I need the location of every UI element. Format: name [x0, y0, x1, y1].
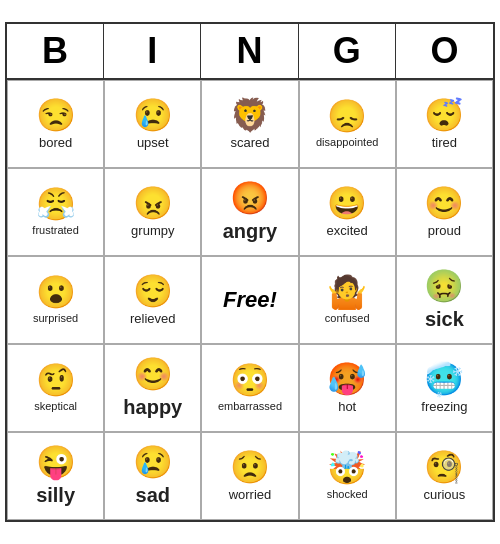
- bingo-cell[interactable]: 😊proud: [396, 168, 493, 256]
- bingo-cell[interactable]: 🥵hot: [299, 344, 396, 432]
- bingo-cell[interactable]: 😢sad: [104, 432, 201, 520]
- cell-label: shocked: [327, 488, 368, 501]
- cell-emoji: 😢: [133, 98, 173, 133]
- cell-emoji: 🤨: [36, 363, 76, 398]
- cell-emoji: 😠: [133, 186, 173, 221]
- cell-emoji: 😌: [133, 274, 173, 309]
- cell-emoji: 🥶: [424, 362, 464, 397]
- cell-label: surprised: [33, 312, 78, 325]
- bingo-header: BINGO: [7, 24, 493, 80]
- header-letter: G: [299, 24, 396, 78]
- bingo-cell[interactable]: 😢upset: [104, 80, 201, 168]
- bingo-cell[interactable]: Free!: [201, 256, 298, 344]
- cell-emoji: 😒: [36, 98, 76, 133]
- bingo-cell[interactable]: 🧐curious: [396, 432, 493, 520]
- cell-emoji: 🤷: [327, 275, 367, 310]
- cell-emoji: 😮: [36, 275, 76, 310]
- cell-emoji: 😟: [230, 450, 270, 485]
- cell-emoji: 😴: [424, 98, 464, 133]
- cell-emoji: 🥵: [327, 362, 367, 397]
- bingo-cell[interactable]: 😒bored: [7, 80, 104, 168]
- cell-label: silly: [36, 483, 75, 507]
- cell-label: grumpy: [131, 223, 174, 239]
- bingo-cell[interactable]: 😟worried: [201, 432, 298, 520]
- cell-emoji: 😀: [327, 186, 367, 221]
- bingo-cell[interactable]: 😜silly: [7, 432, 104, 520]
- cell-label: sick: [425, 307, 464, 331]
- bingo-cell[interactable]: 😤frustrated: [7, 168, 104, 256]
- cell-label: frustrated: [32, 224, 78, 237]
- cell-label: worried: [229, 487, 272, 503]
- cell-label: upset: [137, 135, 169, 151]
- cell-label: happy: [123, 395, 182, 419]
- cell-label: relieved: [130, 311, 176, 327]
- cell-label: bored: [39, 135, 72, 151]
- cell-emoji: 😊: [424, 186, 464, 221]
- cell-emoji: 🦁: [230, 98, 270, 133]
- cell-label: hot: [338, 399, 356, 415]
- bingo-cell[interactable]: 😠grumpy: [104, 168, 201, 256]
- cell-label: disappointed: [316, 136, 378, 149]
- bingo-card: BINGO 😒bored😢upset🦁scared😞disappointed😴t…: [5, 22, 495, 522]
- cell-emoji: 😡: [230, 181, 270, 216]
- bingo-cell[interactable]: 🥶freezing: [396, 344, 493, 432]
- cell-label: freezing: [421, 399, 467, 415]
- cell-emoji: 🧐: [424, 450, 464, 485]
- cell-emoji: 🤢: [424, 269, 464, 304]
- cell-label: excited: [327, 223, 368, 239]
- bingo-cell[interactable]: 🤨skeptical: [7, 344, 104, 432]
- cell-label: skeptical: [34, 400, 77, 413]
- bingo-cell[interactable]: 😳embarrassed: [201, 344, 298, 432]
- cell-label: curious: [423, 487, 465, 503]
- header-letter: N: [201, 24, 298, 78]
- cell-emoji: 😳: [230, 363, 270, 398]
- bingo-cell[interactable]: 🤷confused: [299, 256, 396, 344]
- bingo-grid: 😒bored😢upset🦁scared😞disappointed😴tired😤f…: [7, 80, 493, 520]
- cell-label: sad: [136, 483, 170, 507]
- cell-emoji: 😜: [36, 445, 76, 480]
- header-letter: O: [396, 24, 493, 78]
- bingo-cell[interactable]: 😡angry: [201, 168, 298, 256]
- cell-label: embarrassed: [218, 400, 282, 413]
- cell-emoji: 😤: [36, 187, 76, 222]
- free-space: Free!: [223, 287, 277, 313]
- bingo-cell[interactable]: 😮surprised: [7, 256, 104, 344]
- cell-label: angry: [223, 219, 277, 243]
- bingo-cell[interactable]: 🦁scared: [201, 80, 298, 168]
- bingo-cell[interactable]: 😊happy: [104, 344, 201, 432]
- cell-label: scared: [230, 135, 269, 151]
- bingo-cell[interactable]: 🤢sick: [396, 256, 493, 344]
- cell-label: tired: [432, 135, 457, 151]
- header-letter: I: [104, 24, 201, 78]
- cell-emoji: 🤯: [327, 451, 367, 486]
- bingo-cell[interactable]: 😀excited: [299, 168, 396, 256]
- cell-emoji: 😊: [133, 357, 173, 392]
- cell-emoji: 😞: [327, 99, 367, 134]
- bingo-cell[interactable]: 😌relieved: [104, 256, 201, 344]
- bingo-cell[interactable]: 🤯shocked: [299, 432, 396, 520]
- cell-label: confused: [325, 312, 370, 325]
- cell-label: proud: [428, 223, 461, 239]
- header-letter: B: [7, 24, 104, 78]
- cell-emoji: 😢: [133, 445, 173, 480]
- bingo-cell[interactable]: 😞disappointed: [299, 80, 396, 168]
- bingo-cell[interactable]: 😴tired: [396, 80, 493, 168]
